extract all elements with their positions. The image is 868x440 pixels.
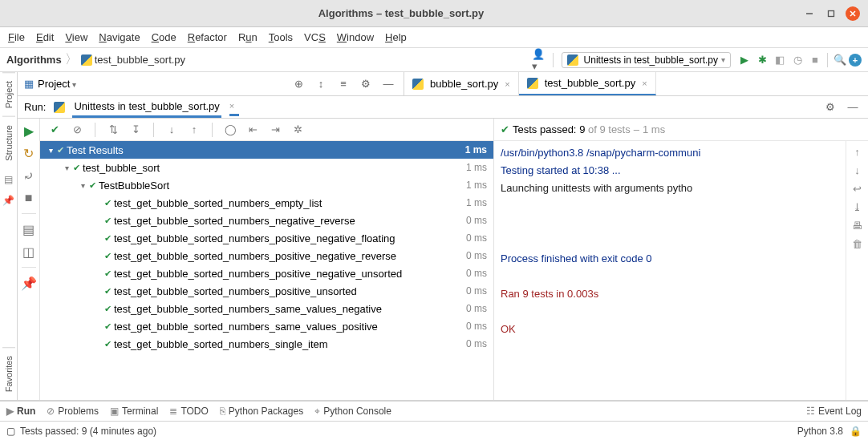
menu-view[interactable]: View [65,31,87,43]
lock-icon[interactable]: 🔒 [850,426,862,437]
rail-favorites[interactable]: Favorites [2,347,15,400]
expand-all-icon[interactable]: ↓ [164,122,180,138]
event-log[interactable]: ☷Event Log [806,406,862,417]
coverage-button[interactable]: ◧ [771,51,789,69]
menu-code[interactable]: Code [152,31,176,43]
bookmarks-icon[interactable]: ▤ [4,174,13,185]
add-button[interactable]: + [849,54,862,67]
tree-root[interactable]: ▾ ✔ Test Results 1 ms [40,141,493,159]
tree-module[interactable]: ▾ ✔ test_bubble_sort 1 ms [40,159,493,176]
up-icon[interactable]: ↑ [854,146,860,158]
gear-icon[interactable]: ⚙ [821,99,839,116]
menu-run[interactable]: Run [238,31,258,43]
test-row[interactable]: ✔ test_get_bubble_sorted_numbers_same_va… [40,317,493,335]
pin-icon[interactable]: 📌 [2,195,14,206]
console-line: Launching unittests with arguments pytho [501,180,839,197]
test-row[interactable]: ✔ test_get_bubble_sorted_numbers_single_… [40,335,493,353]
chevron-down-icon[interactable]: ▾ [63,163,71,172]
prev-failed-icon[interactable]: ◯ [222,122,238,138]
rerun-failed-button[interactable]: ↻ [20,144,38,162]
show-ignored-icon[interactable]: ⊘ [69,122,85,138]
tool-python-packages[interactable]: ⎘Python Packages [220,406,303,417]
breadcrumb-file[interactable]: test_bubble_sort.py [95,54,185,66]
maximize-button[interactable] [824,6,838,21]
test-row[interactable]: ✔ test_get_bubble_sorted_numbers_positiv… [40,264,493,282]
sort-icon[interactable]: ⇅ [105,122,121,138]
close-run-tab-icon[interactable]: × [229,98,239,116]
close-tab-icon[interactable]: × [505,79,509,89]
soft-wrap-icon[interactable]: ↩ [853,183,862,195]
profile-button[interactable]: ◷ [789,51,806,69]
console-output[interactable]: /usr/bin/python3.8 /snap/pycharm-communi… [494,141,846,400]
test-row[interactable]: ✔ test_get_bubble_sorted_numbers_positiv… [40,282,493,300]
expand-icon[interactable]: ↕ [312,75,330,93]
menu-refactor[interactable]: Refactor [188,31,227,43]
menu-vcs[interactable]: VCS [304,31,326,43]
minimize-button[interactable] [802,6,817,21]
toggle-autotest-button[interactable]: ⤾ [20,167,38,184]
close-tab-icon[interactable]: × [642,79,647,88]
down-icon[interactable]: ↓ [854,164,860,176]
close-button[interactable] [846,6,860,21]
import-icon[interactable]: ⇤ [245,122,261,138]
interpreter-label[interactable]: Python 3.8 [797,426,843,437]
tab-bubble-sort[interactable]: bubble_sort.py × [404,72,519,95]
collapse-icon[interactable]: ≡ [335,75,352,93]
run-button[interactable]: ▶ [736,51,753,69]
status-icon[interactable]: ▢ [6,426,15,437]
tool-python-console[interactable]: ⌖Python Console [314,406,391,417]
test-row[interactable]: ✔ test_get_bubble_sorted_numbers_empty_l… [40,194,493,212]
stop-button[interactable]: ■ [806,51,824,69]
layout-button-2[interactable]: ◫ [20,243,38,260]
hide-icon[interactable]: — [844,99,862,116]
collapse-all-icon[interactable]: ↑ [186,122,202,138]
menu-window[interactable]: Window [337,31,374,43]
clear-icon[interactable]: 🗑 [852,238,862,250]
tab-test-bubble-sort[interactable]: test_bubble_sort.py × [519,72,656,95]
tool-todo[interactable]: ≣TODO [169,406,208,417]
export-icon[interactable]: ⇥ [267,122,283,138]
test-row[interactable]: ✔ test_get_bubble_sorted_numbers_same_va… [40,300,493,317]
show-passed-icon[interactable]: ✔ [47,122,63,138]
menu-tools[interactable]: Tools [269,31,293,43]
test-name: test_get_bubble_sorted_numbers_positive_… [114,268,402,280]
gear-icon[interactable]: ⚙ [357,75,375,93]
menu-navigate[interactable]: Navigate [99,31,140,43]
test-tree[interactable]: ▾ ✔ Test Results 1 ms ▾ ✔ test_bubble_so… [40,141,493,400]
console-pane: ✔ Tests passed: 9 of 9 tests – 1 ms /usr… [494,119,868,400]
layout-button[interactable]: ▤ [20,220,38,238]
tree-class[interactable]: ▾ ✔ TestBubbleSort 1 ms [40,176,493,194]
locate-icon[interactable]: ⊕ [290,75,307,93]
test-row[interactable]: ✔ test_get_bubble_sorted_numbers_negativ… [40,212,493,229]
user-icon[interactable]: 👤▾ [532,51,550,69]
scroll-end-icon[interactable]: ⤓ [853,201,862,213]
tool-terminal[interactable]: ▣Terminal [110,406,158,417]
tool-run[interactable]: ▶Run [6,406,35,417]
search-button[interactable]: 🔍 [831,51,849,69]
bottom-tool-bar: ▶Run ⊘Problems ▣Terminal ≣TODO ⎘Python P… [0,400,868,421]
debug-button[interactable]: ✱ [753,51,771,69]
rail-project[interactable]: Project [2,72,15,116]
project-panel-header[interactable]: ▦ Project ⊕ ↕ ≡ ⚙ — [18,72,404,95]
chevron-down-icon[interactable]: ▾ [47,146,55,155]
menu-file[interactable]: File [8,31,25,43]
tool-problems[interactable]: ⊘Problems [47,406,99,417]
test-row[interactable]: ✔ test_get_bubble_sorted_numbers_positiv… [40,247,493,264]
run-config-selector[interactable]: Unittests in test_bubble_sort.py ▾ [562,52,731,68]
menu-edit[interactable]: Edit [36,31,54,43]
rail-structure[interactable]: Structure [2,116,15,169]
stop-button[interactable]: ■ [20,189,38,207]
print-icon[interactable]: 🖶 [852,220,862,232]
settings-icon[interactable]: ✲ [290,122,306,138]
rerun-button[interactable]: ▶ [20,122,38,139]
sort-alpha-icon[interactable]: ↧ [128,122,144,138]
hide-icon[interactable]: — [379,75,397,93]
pin-button[interactable]: 📌 [20,274,38,292]
test-row[interactable]: ✔ test_get_bubble_sorted_numbers_positiv… [40,229,493,247]
menu-help[interactable]: Help [385,31,407,43]
pass-icon: ✔ [104,198,112,208]
status-passed-count: 9 [579,123,585,135]
breadcrumb-project[interactable]: Algorithms [6,54,62,66]
chevron-down-icon[interactable]: ▾ [79,181,87,190]
run-tab-name[interactable]: Unittests in test_bubble_sort.py [72,97,221,118]
